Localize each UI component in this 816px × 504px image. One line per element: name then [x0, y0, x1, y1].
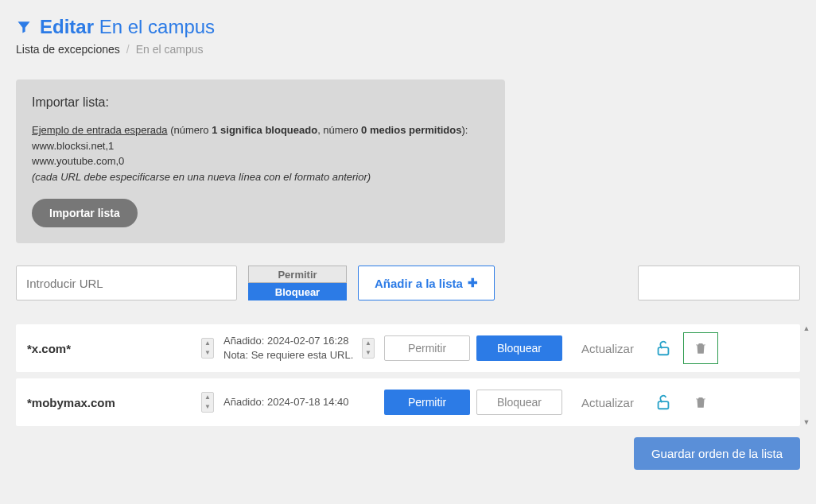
stepper-up-icon[interactable]: ▲ — [202, 393, 213, 402]
example-label: Ejemplo de entrada esperada — [32, 124, 168, 136]
stepper-up-icon[interactable]: ▲ — [363, 339, 374, 348]
row-permit-button[interactable]: Permitir — [384, 335, 470, 361]
explain-suffix: ): — [461, 124, 468, 136]
trash-icon — [694, 395, 708, 409]
unlock-icon — [655, 394, 672, 411]
import-button[interactable]: Importar lista — [32, 199, 138, 227]
delete-button[interactable] — [683, 386, 718, 418]
plus-icon: ✚ — [468, 276, 478, 290]
row-actions: Permitir Bloquear — [384, 335, 562, 361]
row-note: Nota: Se requiere esta URL. — [223, 348, 357, 362]
import-title: Importar lista: — [32, 95, 489, 110]
trash-icon — [694, 341, 708, 355]
title-bold: Editar — [40, 16, 94, 37]
update-button[interactable]: Actualizar — [572, 396, 643, 409]
added-date: Añadido: 2024-02-07 16:28 — [223, 334, 357, 348]
permit-toggle[interactable]: Permitir — [248, 266, 347, 283]
import-example: Ejemplo de entrada esperada (número 1 si… — [32, 122, 489, 184]
controls-row: Permitir Bloquear Añadir a la lista ✚ — [16, 266, 800, 300]
added-date: Añadido: 2024-07-18 14:40 — [223, 395, 375, 409]
example-line-1: www.blocksi.net,1 — [32, 140, 114, 152]
permit-block-toggle: Permitir Bloquear — [248, 266, 347, 300]
row-block-button[interactable]: Bloquear — [476, 390, 562, 415]
meta-cell: Añadido: 2024-02-07 16:28 Nota: Se requi… — [223, 334, 375, 362]
svg-rect-1 — [659, 401, 669, 409]
stepper-down-icon[interactable]: ▼ — [363, 348, 374, 358]
scroll-up-icon[interactable]: ▲ — [802, 324, 811, 332]
breadcrumb-separator: / — [126, 43, 130, 56]
scroll-down-icon[interactable]: ▼ — [802, 418, 811, 426]
meta-cell: Añadido: 2024-07-18 14:40 — [223, 395, 375, 409]
filter-icon — [16, 19, 32, 35]
scrollbar[interactable]: ▲ ▼ — [802, 324, 811, 426]
add-label: Añadir a la lista — [375, 277, 463, 290]
example-note: (cada URL debe especificarse en una nuev… — [32, 171, 371, 183]
stepper-down-icon[interactable]: ▼ — [202, 348, 213, 358]
unlock-icon — [655, 339, 672, 357]
url-cell: *x.com* ▲ ▼ — [27, 338, 214, 359]
order-stepper[interactable]: ▲ ▼ — [201, 338, 214, 359]
update-button[interactable]: Actualizar — [572, 342, 643, 355]
search-input[interactable] — [638, 266, 800, 300]
row-url: *x.com* — [27, 342, 71, 355]
one-bold: 1 significa bloqueado — [212, 124, 317, 136]
zero-bold: 0 medios permitidos — [361, 124, 461, 136]
url-list: *x.com* ▲ ▼ Añadido: 2024-02-07 16:28 No… — [16, 324, 800, 426]
example-line-2: www.youtube.com,0 — [32, 155, 124, 167]
url-cell: *mobymax.com ▲ ▼ — [27, 392, 214, 413]
order-stepper[interactable]: ▲ ▼ — [201, 392, 214, 413]
breadcrumb-root[interactable]: Lista de excepciones — [16, 43, 120, 56]
stepper-up-icon[interactable]: ▲ — [202, 339, 213, 348]
save-order-button[interactable]: Guardar orden de la lista — [634, 437, 800, 470]
block-toggle[interactable]: Bloquear — [248, 283, 347, 300]
svg-rect-0 — [659, 347, 669, 355]
stepper-down-icon[interactable]: ▼ — [202, 402, 213, 412]
explain-prefix: (número — [168, 124, 212, 136]
lock-cell[interactable] — [653, 339, 674, 357]
table-row: *mobymax.com ▲ ▼ Añadido: 2024-07-18 14:… — [16, 378, 800, 426]
delete-button[interactable] — [683, 332, 718, 364]
breadcrumb-current: En el campus — [136, 43, 204, 56]
table-row: *x.com* ▲ ▼ Añadido: 2024-02-07 16:28 No… — [16, 324, 800, 372]
page-title: Editar En el campus — [16, 16, 800, 38]
import-panel: Importar lista: Ejemplo de entrada esper… — [16, 79, 505, 243]
title-light: En el campus — [99, 16, 215, 37]
lock-cell[interactable] — [653, 394, 674, 411]
row-url: *mobymax.com — [27, 396, 115, 409]
add-to-list-button[interactable]: Añadir a la lista ✚ — [358, 266, 495, 300]
row-actions: Permitir Bloquear — [384, 390, 562, 415]
page-header: Editar En el campus Lista de excepciones… — [16, 16, 800, 56]
row-block-button[interactable]: Bloquear — [476, 335, 562, 361]
row-permit-button[interactable]: Permitir — [384, 390, 470, 415]
note-stepper[interactable]: ▲ ▼ — [362, 338, 375, 359]
footer-actions: Guardar orden de la lista — [16, 437, 800, 470]
explain-middle: , número — [317, 124, 361, 136]
breadcrumb: Lista de excepciones / En el campus — [16, 43, 800, 56]
url-input[interactable] — [16, 266, 237, 300]
